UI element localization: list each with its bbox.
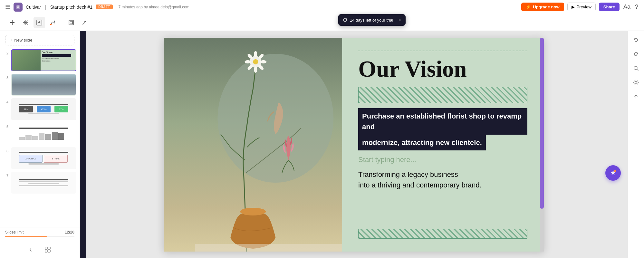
thumb-title: Our Vision [42,51,74,53]
trial-close-button[interactable]: × [398,17,401,23]
slides-limit-bar [5,236,74,237]
highlight-text-line1: Purchase an established florist shop to … [358,108,527,135]
frame-tool-button[interactable] [65,17,77,28]
svg-rect-12 [69,20,73,25]
decorative-line-top [358,51,527,51]
thumb-bar [42,54,71,57]
select-tool-button[interactable] [34,17,45,28]
list-item[interactable]: 7 [3,172,76,194]
body-text-block[interactable]: Transforming a legacy business into a th… [358,169,527,190]
scrollbar-thumb[interactable] [540,38,544,209]
move-tool-button[interactable] [20,17,32,28]
thumb-inner [12,172,76,193]
draft-badge: DRAFT [96,5,112,9]
upgrade-button[interactable]: ⚡ Upgrade now [521,3,564,11]
main-area: + New slide 2 Our Vision Purchase an est… [0,31,644,258]
menu-icon[interactable]: ☰ [5,4,10,11]
slide-number: 7 [3,172,8,177]
svg-point-33 [614,170,616,172]
grid-view-button[interactable] [43,244,53,255]
ai-assistant-button[interactable] [605,165,621,181]
new-slide-button[interactable]: + New slide [5,35,74,45]
svg-rect-15 [48,247,50,249]
canvas-area: Our Vision Purchase an established flori… [80,31,627,258]
body-text-line2: into a thriving and contemporary brand. [358,181,482,189]
toolbar-divider [62,18,62,27]
highlight-text-line2: modernize, attracting new clientele. [358,135,486,150]
collapse-button[interactable] [630,91,642,102]
save-info: 7 minutes ago by aimee.delp@gmail.com [119,5,189,9]
arrow-tool-button[interactable] [79,17,91,28]
svg-point-11 [50,24,52,25]
title-separator: | [45,4,46,10]
body-text-line1: Transforming a legacy business [358,170,458,178]
svg-line-35 [637,69,638,71]
slides-limit-header: Slides limit 12/20 [5,230,74,234]
trial-icon: ⏱ [343,17,347,23]
settings-button[interactable] [630,77,642,88]
add-tool-button[interactable] [6,17,18,28]
help-icon[interactable]: ? [635,4,638,10]
redo-button[interactable] [630,48,642,60]
thumb-line [19,179,68,180]
thumb-line [19,152,68,153]
list-item[interactable]: 5 [3,123,76,145]
thumb-inner [12,74,76,95]
slide-content: Our Vision Purchase an established flori… [342,38,543,252]
slide-scrollbar[interactable] [540,38,544,252]
new-slide-label: + New slide [11,38,33,43]
font-icon[interactable]: Aa [623,4,630,10]
thumb-inner: Our Vision Purchase an established flori… [12,50,76,71]
list-item[interactable]: 2 Our Vision Purchase an established flo… [3,49,76,71]
svg-point-29 [245,60,251,63]
thumb-body: Purchase an established [42,57,74,59]
svg-rect-14 [45,247,47,249]
right-panel [627,31,644,258]
slide-thumbnail[interactable]: A • PURPLE B • PINK [11,147,76,169]
slide-thumbnail[interactable]: SEM +35% 27% [11,98,76,120]
play-icon: ▶ [572,5,575,9]
highlight-text-block[interactable]: Purchase an established florist shop to … [358,108,527,150]
sidebar-bottom [0,241,80,258]
slide-thumbnail[interactable] [11,74,76,96]
svg-rect-32 [195,244,342,252]
sidebar: + New slide 2 Our Vision Purchase an est… [0,31,80,258]
slide-number: 6 [3,147,8,153]
search-button[interactable] [630,62,642,74]
slide-canvas[interactable]: Our Vision Purchase an established flori… [164,38,544,252]
slides-limit: Slides limit 12/20 [0,227,80,241]
share-label: Share [603,5,615,9]
app-title: Cultivar [26,5,41,10]
list-item[interactable]: 3 [3,74,76,96]
share-button[interactable]: Share [599,3,620,11]
draw-tool-button[interactable] [47,17,59,28]
svg-rect-13 [70,21,72,24]
toolbar [0,14,644,31]
stripe-decoration-bottom [358,229,527,239]
trial-message: 14 days left of your trial [350,18,393,23]
type-placeholder[interactable]: Start typing here... [358,156,527,164]
thumb-content: Our Vision Purchase an established flori… [41,50,76,71]
preview-button[interactable]: ▶ Preview [567,3,596,11]
bolt-icon: ⚡ [526,5,531,9]
slides-limit-fill [5,236,47,237]
svg-point-31 [240,208,266,215]
thumb-inner: SEM +35% 27% [12,99,76,119]
list-item[interactable]: 6 A • PURPLE B • PINK [3,147,76,169]
slide-title[interactable]: Our Vision [358,56,527,82]
slide-thumbnail[interactable]: Our Vision Purchase an established flori… [11,49,76,71]
slide-number: 3 [3,74,8,80]
collapse-sidebar-button[interactable] [27,244,37,255]
stripe-decoration [358,87,527,103]
undo-button[interactable] [630,34,642,46]
list-item[interactable]: 4 SEM +35% 27% [3,98,76,120]
thumb-line [28,113,59,114]
slide-thumbnail[interactable] [11,172,76,194]
slide-thumbnail[interactable] [11,123,76,145]
svg-point-27 [254,66,257,73]
thumb-line [28,183,59,184]
doc-title: Startup pitch deck #1 [50,5,93,10]
svg-point-36 [635,81,637,83]
preview-label: Preview [577,5,591,9]
svg-rect-17 [48,250,50,252]
